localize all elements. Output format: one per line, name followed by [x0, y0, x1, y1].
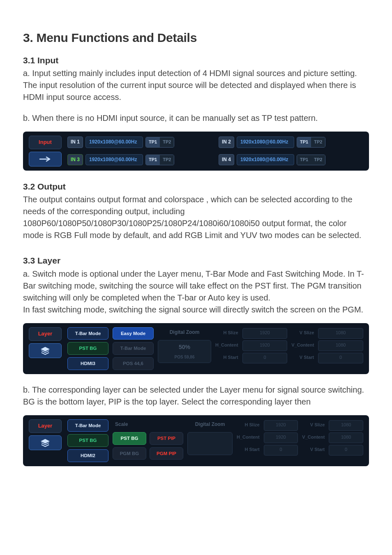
l2-stats: H Slize 1920 V Slize 1080 H_Content 1920… — [237, 419, 363, 456]
l2-pstpip-btn[interactable]: PST PIP — [150, 432, 183, 445]
l1-digital-zoom-label: Digital Zoom — [158, 327, 211, 338]
layer-panel-1: Layer T-Bar Mode PST BG HDMI3 Easy Mode … — [23, 323, 369, 374]
input-row-1: IN 1 1920x1080@60.00Hz TP1 TP2 — [67, 136, 212, 149]
in1-resolution: 1920x1080@60.00Hz — [85, 136, 143, 148]
section-3-1-a: a. Input setting mainly includes input d… — [23, 67, 369, 103]
l1-easy-mode[interactable]: Easy Mode — [113, 327, 154, 340]
l1-hdmi3[interactable]: HDMI3 — [67, 357, 108, 370]
section-3-3-a2: In fast switching mode, switching the si… — [23, 304, 369, 316]
in3-resolution: 1920x1080@60.00Hz — [85, 154, 143, 165]
in4-tp2[interactable]: TP2 — [311, 155, 325, 165]
l2-pst-bg[interactable]: PST BG — [67, 434, 108, 447]
section-3-3-a: a. Switch mode is optional under the Lay… — [23, 268, 369, 304]
page-title: 3. Menu Functions and Details — [23, 29, 369, 47]
section-3-3-head: 3.3 Layer — [23, 254, 369, 267]
section-3-3-b2: BG is the bottom layer, PIP is the top l… — [23, 396, 369, 408]
l1-pos-44-6[interactable]: POS 44,6 — [113, 357, 154, 370]
l1-tbar-sub[interactable]: T-Bar Mode — [113, 342, 154, 355]
input-panel: Input IN 1 1920x1080@60.00Hz TP1 TP2 IN … — [23, 132, 369, 171]
l1-zoom-pos: POS 59,86 — [175, 354, 195, 361]
in4-badge[interactable]: IN 4 — [219, 154, 234, 165]
l2-pstbg-btn[interactable]: PST BG — [113, 432, 146, 445]
l1-tbar-mode[interactable]: T-Bar Mode — [67, 327, 108, 340]
in1-tp1[interactable]: TP1 — [146, 137, 160, 147]
section-3-1-head: 3.1 Input — [23, 54, 369, 67]
section-3-2-head: 3.2 Output — [23, 180, 369, 193]
l1-zoom-value: 50% — [179, 343, 190, 351]
l2-scale-label: Scale — [113, 419, 183, 430]
in2-tp1[interactable]: TP1 — [297, 137, 311, 147]
l2-zoom-box[interactable] — [187, 432, 233, 455]
l2-tbar-mode[interactable]: T-Bar Mode — [67, 419, 108, 432]
l2-pgmpip-btn[interactable]: PGM PIP — [150, 447, 183, 460]
input-row-4: IN 4 1920x1080@60.00Hz TP1 TP2 — [219, 153, 363, 166]
input-row-3: IN 3 1920x1080@60.00Hz TP1 TP2 — [67, 153, 212, 166]
in4-tp1[interactable]: TP1 — [297, 155, 311, 165]
in3-tp1[interactable]: TP1 — [146, 155, 160, 165]
input-row-2: IN 2 1920x1080@60.00Hz TP1 TP2 — [219, 136, 363, 149]
arrow-right-icon — [29, 152, 62, 166]
in2-resolution: 1920x1080@60.00Hz — [237, 136, 294, 148]
in2-badge[interactable]: IN 2 — [219, 136, 234, 148]
l2-digital-zoom-label: Digital Zoom — [187, 419, 233, 430]
section-3-2-body: The output contains output format and co… — [23, 194, 369, 241]
l1-zoom-box[interactable]: 50% POS 59,86 — [158, 340, 211, 363]
in2-tp2[interactable]: TP2 — [311, 137, 325, 147]
layer-panel-2: Layer T-Bar Mode PST BG HDMI2 Scale PST … — [23, 415, 369, 466]
l1-stats: H Slize 1920 V Slize 1080 H_Content 1920… — [215, 327, 363, 363]
tab-layer-2[interactable]: Layer — [29, 419, 62, 433]
in1-tp2[interactable]: TP2 — [160, 137, 174, 147]
in1-badge[interactable]: IN 1 — [67, 136, 83, 148]
layers-icon — [29, 343, 62, 358]
l2-hdmi2[interactable]: HDMI2 — [67, 449, 108, 462]
l2-pgmbg-btn[interactable]: PGM BG — [113, 447, 146, 460]
tab-layer-1[interactable]: Layer — [29, 327, 62, 341]
l1-pst-bg[interactable]: PST BG — [67, 342, 108, 355]
section-3-1-b: b. When there is no HDMI input source, i… — [23, 112, 369, 124]
layers-icon-2 — [29, 435, 62, 450]
section-3-3-b: b. The corresponding layer can be select… — [23, 384, 369, 396]
in3-tp2[interactable]: TP2 — [160, 155, 174, 165]
tab-input[interactable]: Input — [29, 136, 62, 149]
in3-badge[interactable]: IN 3 — [67, 154, 83, 165]
in4-resolution: 1920x1080@60.00Hz — [237, 154, 294, 165]
